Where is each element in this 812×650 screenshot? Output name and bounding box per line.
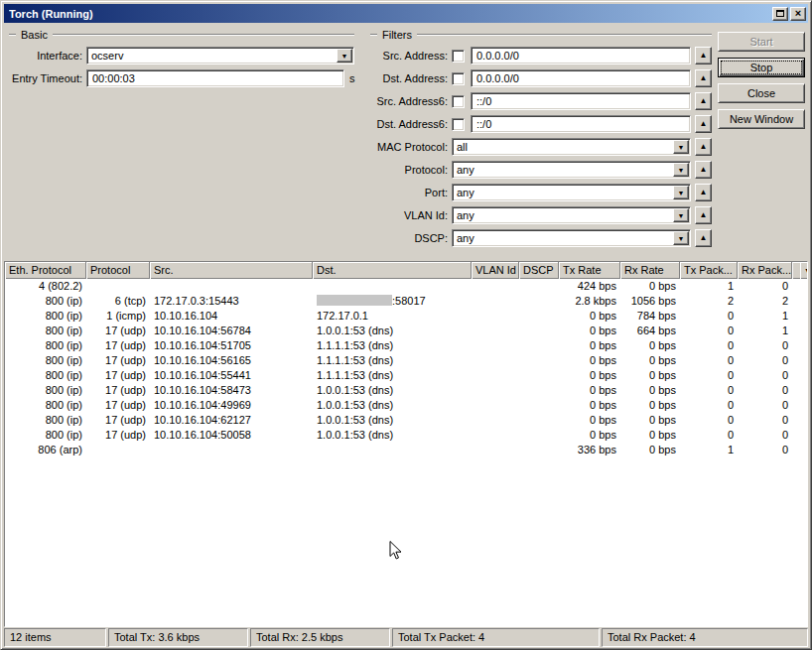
column-header-vlan-id[interactable]: VLAN Id [472, 262, 519, 279]
mac-protocol-input[interactable] [453, 140, 673, 154]
entry-timeout-input[interactable] [86, 69, 344, 87]
filter-row-dst-address6: Dst. Address6:▲ [370, 115, 712, 133]
column-header-rx-rate[interactable]: Rx Rate [620, 262, 680, 279]
cell-dst: 1.0.0.1:53 (dns) [313, 413, 472, 428]
table-row[interactable]: 800 (ip)17 (udp)10.10.16.104:499691.0.0.… [5, 398, 807, 413]
table-row[interactable]: 800 (ip)17 (udp)10.10.16.104:554411.1.1.… [5, 368, 807, 383]
cell-tx: 0 bps [559, 368, 620, 383]
table-row[interactable]: 800 (ip)17 (udp)10.10.16.104:584731.0.0.… [5, 383, 807, 398]
src-address-checkbox[interactable] [452, 50, 465, 63]
cell-dscp [519, 398, 559, 413]
cell-vlan [472, 368, 519, 383]
column-header-rx-packets[interactable]: Rx Pack... [738, 262, 792, 279]
up-arrow-icon: ▲ [700, 189, 708, 196]
cell-eth: 4 (802.2) [5, 279, 86, 294]
status-bar: 12 items Total Tx: 3.6 kbps Total Rx: 2.… [4, 628, 808, 647]
table-row[interactable]: 4 (802.2)424 bps0 bps10 [5, 279, 807, 294]
src-address6-input[interactable] [471, 92, 691, 110]
protocol-dropdown-button[interactable]: ▼ [673, 163, 689, 177]
cell-eth: 800 (ip) [5, 413, 86, 428]
titlebar-close-button[interactable]: × [790, 7, 806, 21]
cell-eth: 800 (ip) [5, 324, 86, 338]
column-header-dscp[interactable]: DSCP [519, 262, 559, 279]
cell-eth: 800 (ip) [5, 368, 86, 383]
cell-rx: 0 bps [620, 353, 680, 368]
table-row[interactable]: 800 (ip)1 (icmp)10.10.16.104172.17.0.10 … [5, 309, 807, 324]
table-row[interactable]: 800 (ip)17 (udp)10.10.16.104:517051.1.1.… [5, 338, 807, 353]
status-total-tx-packet: Total Tx Packet: 4 [392, 628, 600, 647]
src-address-up-button[interactable]: ▲ [695, 47, 712, 65]
cell-filler [792, 443, 807, 457]
interface-input[interactable] [87, 49, 337, 63]
filters-section: Filters Src. Address:▲Dst. Address:▲Src.… [370, 29, 712, 252]
dst-address-checkbox[interactable] [452, 72, 465, 85]
filters-separator: Filters [370, 29, 712, 41]
dst-address6-up-button[interactable]: ▲ [695, 115, 712, 133]
cell-txp: 1 [680, 443, 738, 457]
dst-address6-checkbox[interactable] [452, 118, 465, 131]
cell-dst [313, 443, 472, 457]
dscp-dropdown-button[interactable]: ▼ [673, 231, 689, 245]
dst-address-input[interactable] [471, 69, 691, 87]
mac-protocol-dropdown-button[interactable]: ▼ [673, 140, 689, 154]
table-row[interactable]: 806 (arp)336 bps0 bps10 [5, 443, 807, 457]
cell-rx: 0 bps [620, 338, 680, 353]
column-header-tx-rate[interactable]: Tx Rate [559, 262, 620, 279]
cell-rxp: 0 [738, 383, 792, 398]
cell-rxp: 1 [738, 324, 792, 338]
cell-dscp [519, 443, 559, 457]
vlan-id-dropdown-button[interactable]: ▼ [673, 208, 689, 222]
port-input[interactable] [453, 186, 673, 199]
cell-eth: 800 (ip) [5, 428, 86, 443]
dst-address-up-button[interactable]: ▲ [695, 69, 712, 87]
filter-row-mac-protocol: MAC Protocol:▼▲ [370, 138, 712, 156]
protocol-up-button[interactable]: ▲ [695, 161, 712, 179]
column-header-src[interactable]: Src. [150, 262, 313, 279]
cell-txp: 0 [680, 413, 738, 428]
table-row[interactable]: 800 (ip)6 (tcp)172.17.0.3:15443:580172.8… [5, 294, 807, 309]
new-window-button[interactable]: New Window [718, 109, 805, 129]
table-body: 4 (802.2)424 bps0 bps10800 (ip)6 (tcp)17… [5, 279, 807, 626]
vlan-id-up-button[interactable]: ▲ [695, 206, 712, 224]
port-dropdown-button[interactable]: ▼ [673, 186, 689, 199]
cell-proto: 17 (udp) [86, 368, 150, 383]
stop-button[interactable]: Stop [718, 58, 805, 77]
src-address6-up-button[interactable]: ▲ [695, 92, 712, 110]
close-button[interactable]: Close [718, 83, 805, 103]
dscp-up-button[interactable]: ▲ [695, 229, 712, 247]
maximize-button[interactable] [772, 7, 788, 21]
cell-src: 10.10.16.104:49969 [150, 398, 313, 413]
table-row[interactable]: 800 (ip)17 (udp)10.10.16.104:500581.0.0.… [5, 428, 807, 443]
cell-vlan [472, 353, 519, 368]
cell-vlan [472, 294, 519, 309]
cell-rx: 0 bps [620, 443, 680, 457]
column-chooser-button[interactable]: ▼ [800, 262, 808, 279]
column-header-filler [792, 262, 800, 279]
interface-dropdown-button[interactable]: ▼ [337, 49, 352, 63]
cell-dst: 1.0.0.1:53 (dns) [313, 398, 472, 413]
dst-address6-input[interactable] [471, 115, 691, 133]
cell-tx: 336 bps [559, 443, 620, 457]
vlan-id-input[interactable] [453, 208, 673, 222]
table-row[interactable]: 800 (ip)17 (udp)10.10.16.104:567841.0.0.… [5, 324, 807, 338]
chevron-down-icon: ▼ [678, 235, 685, 242]
column-header-dst[interactable]: Dst. [313, 262, 472, 279]
dscp-input[interactable] [453, 231, 673, 245]
titlebar[interactable]: Torch (Running) × [4, 4, 808, 23]
column-header-protocol[interactable]: Protocol [86, 262, 150, 279]
mac-protocol-up-button[interactable]: ▲ [695, 138, 712, 156]
port-up-button[interactable]: ▲ [695, 184, 712, 201]
protocol-input[interactable] [453, 163, 673, 177]
cell-dst: 1.1.1.1:53 (dns) [313, 353, 472, 368]
port-label: Port: [370, 187, 448, 198]
column-header-eth-protocol[interactable]: Eth. Protocol [5, 262, 86, 279]
cell-proto: 17 (udp) [86, 383, 150, 398]
src-address-input[interactable] [471, 47, 691, 65]
cell-dst: 1.0.0.1:53 (dns) [313, 428, 472, 443]
cell-rxp: 0 [738, 279, 792, 294]
cell-src: 10.10.16.104 [150, 309, 313, 324]
table-row[interactable]: 800 (ip)17 (udp)10.10.16.104:561651.1.1.… [5, 353, 807, 368]
src-address6-checkbox[interactable] [452, 95, 465, 108]
column-header-tx-packets[interactable]: Tx Pack... [680, 262, 738, 279]
table-row[interactable]: 800 (ip)17 (udp)10.10.16.104:621271.0.0.… [5, 413, 807, 428]
